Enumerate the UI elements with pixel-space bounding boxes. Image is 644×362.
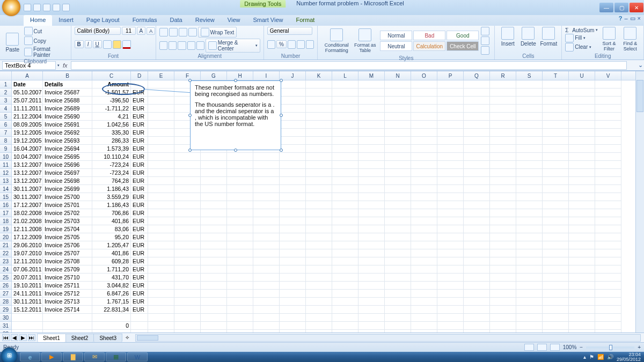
- cell[interactable]: 18.02.2008: [12, 209, 43, 217]
- cell[interactable]: [280, 265, 306, 274]
- cell[interactable]: [227, 274, 253, 282]
- cell[interactable]: [306, 298, 332, 306]
- cell[interactable]: [516, 105, 543, 113]
- cell[interactable]: [516, 169, 543, 177]
- cell[interactable]: [253, 233, 280, 241]
- cell[interactable]: [148, 145, 174, 153]
- sheet-nav-next-icon[interactable]: ▶: [19, 334, 27, 341]
- find-select-button[interactable]: Find & Select: [620, 27, 640, 51]
- cell[interactable]: [385, 282, 411, 290]
- cell[interactable]: [595, 217, 621, 225]
- cell[interactable]: Invoice 25691: [43, 121, 92, 129]
- cell[interactable]: [253, 241, 280, 249]
- cell[interactable]: [516, 274, 543, 282]
- align-bottom-icon[interactable]: [179, 28, 187, 36]
- cell[interactable]: [253, 225, 280, 233]
- cell[interactable]: Invoice 25706: [43, 241, 92, 249]
- cell[interactable]: [201, 274, 227, 282]
- row-header[interactable]: 23: [0, 257, 12, 265]
- cell[interactable]: [569, 274, 595, 282]
- cell[interactable]: [201, 282, 227, 290]
- cell[interactable]: [595, 225, 621, 233]
- cell[interactable]: [411, 274, 437, 282]
- cell[interactable]: [543, 153, 569, 161]
- cell[interactable]: [306, 209, 332, 217]
- cell[interactable]: 706,86: [92, 209, 131, 217]
- cell[interactable]: [490, 193, 516, 201]
- cell[interactable]: [280, 241, 306, 249]
- cell[interactable]: [569, 137, 595, 145]
- cell[interactable]: [411, 233, 437, 241]
- taskbar-media-icon[interactable]: ▶: [41, 352, 62, 361]
- cell[interactable]: [595, 161, 621, 169]
- cell[interactable]: [569, 314, 595, 322]
- cell[interactable]: [174, 322, 201, 330]
- resize-handle-nw[interactable]: [188, 79, 192, 82]
- cell[interactable]: [543, 129, 569, 137]
- cell[interactable]: EUR: [131, 145, 148, 153]
- cell[interactable]: [490, 265, 516, 274]
- cell[interactable]: [280, 257, 306, 265]
- cell[interactable]: [464, 265, 490, 274]
- cell[interactable]: [253, 322, 280, 330]
- select-all-button[interactable]: [0, 71, 12, 80]
- sheet-nav-prev-icon[interactable]: ◀: [11, 334, 18, 341]
- cell[interactable]: EUR: [131, 282, 148, 290]
- cell[interactable]: [332, 306, 358, 314]
- merge-center-button[interactable]: Merge & Center▾: [206, 39, 260, 53]
- cell[interactable]: Invoice 25698: [43, 177, 92, 185]
- cell[interactable]: [306, 201, 332, 209]
- row-header[interactable]: 10: [0, 153, 12, 161]
- cell[interactable]: [569, 121, 595, 129]
- cell[interactable]: [516, 185, 543, 193]
- cell[interactable]: [332, 97, 358, 105]
- cell[interactable]: Invoice 25694: [43, 145, 92, 153]
- cell[interactable]: [227, 217, 253, 225]
- column-header-F[interactable]: F: [174, 71, 201, 80]
- row-header[interactable]: 8: [0, 137, 12, 145]
- cell[interactable]: [306, 145, 332, 153]
- column-header-I[interactable]: I: [253, 71, 280, 80]
- cell[interactable]: [358, 265, 385, 274]
- cell[interactable]: [595, 322, 621, 330]
- cell[interactable]: [385, 153, 411, 161]
- cell[interactable]: [595, 137, 621, 145]
- help-icon[interactable]: ?: [619, 15, 623, 26]
- cell[interactable]: [253, 282, 280, 290]
- cell[interactable]: EUR: [131, 137, 148, 145]
- cell[interactable]: [516, 233, 543, 241]
- cell[interactable]: [280, 282, 306, 290]
- cell[interactable]: Invoice 25697: [43, 169, 92, 177]
- cell[interactable]: [464, 201, 490, 209]
- cell[interactable]: [595, 80, 621, 88]
- cell[interactable]: [490, 153, 516, 161]
- cell[interactable]: [201, 177, 227, 185]
- column-header-H[interactable]: H: [227, 71, 253, 80]
- cell[interactable]: [174, 298, 201, 306]
- cell[interactable]: [201, 185, 227, 193]
- cell[interactable]: [411, 225, 437, 233]
- cell[interactable]: 431,70: [92, 274, 131, 282]
- cell[interactable]: [174, 265, 201, 274]
- cell[interactable]: [358, 257, 385, 265]
- cell[interactable]: [358, 161, 385, 169]
- orientation-icon[interactable]: [188, 28, 197, 36]
- cell[interactable]: [595, 241, 621, 249]
- cell[interactable]: [569, 161, 595, 169]
- cell[interactable]: [253, 298, 280, 306]
- cell[interactable]: [437, 298, 464, 306]
- cell[interactable]: Invoice 25695: [43, 153, 92, 161]
- cell[interactable]: [201, 306, 227, 314]
- cell[interactable]: [543, 233, 569, 241]
- cell[interactable]: Invoice 25712: [43, 290, 92, 298]
- cell[interactable]: [490, 145, 516, 153]
- cell[interactable]: [280, 185, 306, 193]
- cell[interactable]: [411, 105, 437, 113]
- row-header[interactable]: 6: [0, 121, 12, 129]
- cell[interactable]: [148, 282, 174, 290]
- cell[interactable]: [253, 153, 280, 161]
- cell[interactable]: [411, 145, 437, 153]
- minimize-button[interactable]: —: [599, 3, 613, 12]
- cell[interactable]: [253, 193, 280, 201]
- cell[interactable]: [595, 274, 621, 282]
